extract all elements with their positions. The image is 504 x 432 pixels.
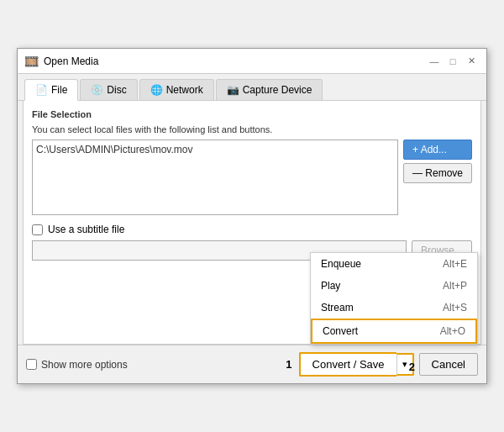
play-shortcut: Alt+P — [443, 280, 467, 292]
stream-shortcut: Alt+S — [443, 302, 467, 313]
dropdown-enqueue[interactable]: Enqueue Alt+E — [311, 253, 477, 275]
disc-tab-label: Disc — [107, 84, 126, 96]
app-icon: 🎞️ — [24, 55, 39, 68]
convert-button-group: 1 Convert / Save ▾ Cancel — [286, 352, 478, 377]
title-bar-left: 🎞️ Open Media — [24, 55, 98, 68]
add-button[interactable]: + Add... — [403, 140, 472, 160]
subtitle-checkbox[interactable] — [32, 224, 43, 235]
disc-tab-icon: 💿 — [91, 84, 103, 96]
tab-file[interactable]: 📄 File — [24, 79, 78, 101]
badge-1: 1 — [286, 358, 291, 371]
action-area: Convert / Save ▾ Cancel — [299, 352, 478, 377]
subtitle-checkbox-label[interactable]: Use a subtitle file — [48, 224, 124, 235]
convert-save-button[interactable]: Convert / Save — [299, 352, 396, 377]
play-label: Play — [321, 280, 340, 292]
file-selection-title: File Selection — [32, 109, 472, 119]
subtitle-checkbox-row: Use a subtitle file — [32, 224, 472, 235]
remove-button[interactable]: — Remove — [403, 163, 472, 183]
window-title: Open Media — [44, 55, 98, 67]
minimize-button[interactable]: — — [426, 53, 443, 70]
title-controls: — □ ✕ — [426, 53, 480, 70]
dropdown-convert[interactable]: Convert Alt+O — [311, 319, 477, 344]
show-more-row: Show more options — [26, 359, 128, 371]
title-bar: 🎞️ Open Media — □ ✕ — [18, 49, 486, 74]
file-area: C:\Users\ADMIN\Pictures\mov.mov + Add...… — [32, 140, 472, 215]
show-more-label[interactable]: Show more options — [41, 359, 128, 371]
action-wrapper: Enqueue Alt+E Play Alt+P Stream Alt+S Co… — [286, 352, 478, 377]
stream-label: Stream — [321, 302, 354, 313]
convert-label: Convert — [323, 325, 358, 337]
badge-2: 2 — [409, 361, 415, 373]
dropdown-play[interactable]: Play Alt+P — [311, 275, 477, 297]
file-list[interactable]: C:\Users\ADMIN\Pictures\mov.mov — [32, 140, 398, 215]
bottom-bar: Show more options Enqueue Alt+E Play Alt… — [18, 345, 486, 383]
tab-network[interactable]: 🌐 Network — [139, 79, 214, 100]
tab-disc[interactable]: 💿 Disc — [80, 79, 137, 100]
open-media-window: 🎞️ Open Media — □ ✕ 📄 File 💿 Disc 🌐 Netw… — [17, 48, 487, 384]
close-button[interactable]: ✕ — [463, 53, 480, 70]
network-tab-icon: 🌐 — [150, 84, 163, 96]
maximize-button[interactable]: □ — [444, 53, 461, 70]
tab-bar: 📄 File 💿 Disc 🌐 Network 📷 Capture Device — [18, 74, 486, 101]
file-tab-label: File — [51, 84, 67, 96]
enqueue-shortcut: Alt+E — [443, 258, 467, 270]
file-selection-desc: You can select local files with the foll… — [32, 124, 472, 134]
network-tab-label: Network — [166, 84, 203, 96]
file-path: C:\Users\ADMIN\Pictures\mov.mov — [36, 144, 192, 155]
convert-shortcut: Alt+O — [440, 325, 465, 337]
file-buttons: + Add... — Remove — [403, 140, 472, 215]
dropdown-menu: Enqueue Alt+E Play Alt+P Stream Alt+S Co… — [310, 252, 478, 345]
tab-capture[interactable]: 📷 Capture Device — [216, 79, 323, 100]
enqueue-label: Enqueue — [321, 258, 361, 270]
show-more-checkbox[interactable] — [26, 359, 37, 370]
capture-tab-icon: 📷 — [227, 84, 239, 96]
cancel-button[interactable]: Cancel — [419, 353, 478, 376]
file-tab-icon: 📄 — [35, 84, 48, 96]
capture-tab-label: Capture Device — [243, 84, 312, 96]
dropdown-stream[interactable]: Stream Alt+S — [311, 297, 477, 319]
